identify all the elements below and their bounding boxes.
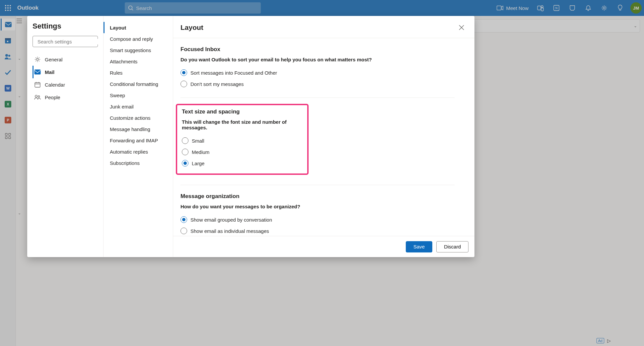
save-button[interactable]: Save (406, 241, 432, 252)
radio-text-medium[interactable]: Medium (182, 146, 303, 158)
radio-label: Show email as individual messages (190, 228, 269, 234)
settings-subnav-panel: Layout Compose and reply Smart suggestio… (104, 16, 173, 257)
radio-indicator (182, 160, 188, 167)
settings-modal: Settings General Mail Calendar People (27, 16, 474, 257)
settings-search[interactable] (33, 36, 98, 47)
discard-button[interactable]: Discard (436, 241, 468, 252)
subnav-label: Subscriptions (110, 160, 140, 166)
radio-label: Show email grouped by conversation (190, 217, 272, 223)
subnav-message-handling[interactable]: Message handling (104, 123, 173, 135)
settings-scroll-region[interactable]: Focused Inbox Do you want Outlook to sor… (173, 38, 474, 236)
section-description: How do you want your messages to be orga… (180, 204, 455, 209)
subnav-label: Conditional formatting (110, 81, 158, 87)
subnav-conditional-formatting[interactable]: Conditional formatting (104, 78, 173, 90)
subnav-subscriptions[interactable]: Subscriptions (104, 157, 173, 169)
subnav-compose-reply[interactable]: Compose and reply (104, 33, 173, 44)
radio-msg-grouped[interactable]: Show email grouped by conversation (180, 214, 455, 225)
radio-focused-dont-sort[interactable]: Don't sort my messages (180, 78, 455, 90)
page-title: Layout (180, 24, 203, 32)
subnav-smart-suggestions[interactable]: Smart suggestions (104, 44, 173, 56)
settings-category-people[interactable]: People (33, 91, 98, 104)
settings-category-calendar[interactable]: Calendar (33, 78, 98, 91)
people-icon (34, 95, 41, 100)
category-label: Calendar (45, 82, 65, 88)
radio-label: Medium (192, 149, 209, 155)
radio-label: Sort messages into Focused and Other (190, 70, 277, 76)
settings-title: Settings (33, 22, 98, 31)
radio-indicator (180, 216, 187, 223)
subnav-label: Smart suggestions (110, 47, 151, 53)
settings-category-general[interactable]: General (33, 53, 98, 66)
category-label: Mail (45, 69, 54, 75)
mail-icon (34, 69, 41, 75)
section-description: This will change the font size and numbe… (182, 119, 303, 130)
radio-label: Small (192, 138, 204, 144)
svg-point-47 (38, 96, 40, 98)
settings-content-panel: Layout Focused Inbox Do you want Outlook… (173, 16, 474, 257)
subnav-label: Layout (110, 25, 126, 31)
subnav-label: Junk email (110, 104, 134, 109)
section-message-organization: Message organization How do you want you… (180, 192, 455, 236)
settings-categories-panel: Settings General Mail Calendar People (27, 16, 104, 257)
section-heading: Message organization (180, 193, 455, 200)
subnav-customize-actions[interactable]: Customize actions (104, 112, 173, 123)
subnav-label: Customize actions (110, 115, 151, 121)
subnav-forwarding-imap[interactable]: Forwarding and IMAP (104, 135, 173, 146)
subnav-label: Automatic replies (110, 149, 148, 155)
radio-label: Large (192, 161, 204, 166)
subnav-label: Rules (110, 70, 122, 76)
radio-indicator (182, 149, 188, 155)
radio-text-small[interactable]: Small (182, 135, 303, 146)
radio-indicator (180, 69, 187, 76)
radio-focused-sort[interactable]: Sort messages into Focused and Other (180, 67, 455, 78)
settings-category-mail[interactable]: Mail (33, 66, 98, 78)
radio-text-large[interactable]: Large (182, 158, 303, 169)
settings-category-list: General Mail Calendar People (33, 53, 98, 104)
section-heading: Text size and spacing (182, 108, 303, 115)
highlight-annotation: Text size and spacing This will change t… (176, 104, 309, 175)
subnav-label: Forwarding and IMAP (110, 138, 158, 143)
svg-rect-42 (35, 83, 40, 87)
category-label: People (45, 95, 60, 100)
section-description: Do you want Outlook to sort your email t… (180, 57, 455, 62)
subnav-attachments[interactable]: Attachments (104, 56, 173, 67)
radio-label: Don't sort my messages (190, 81, 244, 87)
subnav-layout[interactable]: Layout (104, 22, 173, 33)
subnav-label: Attachments (110, 59, 137, 64)
radio-indicator (180, 228, 187, 234)
subnav-rules[interactable]: Rules (104, 67, 173, 78)
category-label: General (45, 57, 62, 62)
subnav-label: Compose and reply (110, 36, 153, 42)
close-button[interactable] (456, 22, 467, 33)
subnav-label: Message handling (110, 126, 150, 132)
subnav-sweep[interactable]: Sweep (104, 90, 173, 101)
calendar-icon (34, 82, 41, 88)
svg-point-46 (35, 95, 37, 97)
radio-indicator (180, 81, 187, 87)
radio-msg-individual[interactable]: Show email as individual messages (180, 225, 455, 236)
close-icon (459, 25, 464, 30)
subnav-automatic-replies[interactable]: Automatic replies (104, 146, 173, 157)
settings-content-header: Layout (173, 16, 474, 38)
radio-indicator (182, 137, 188, 144)
svg-point-40 (36, 58, 38, 60)
settings-search-input[interactable] (37, 39, 101, 44)
settings-footer: Save Discard (173, 236, 474, 257)
section-focused-inbox: Focused Inbox Do you want Outlook to sor… (180, 45, 455, 98)
section-text-size: Text size and spacing This will change t… (180, 104, 455, 185)
subnav-junk-email[interactable]: Junk email (104, 101, 173, 112)
subnav-label: Sweep (110, 93, 125, 98)
gear-icon (34, 56, 41, 62)
section-heading: Focused Inbox (180, 46, 455, 53)
